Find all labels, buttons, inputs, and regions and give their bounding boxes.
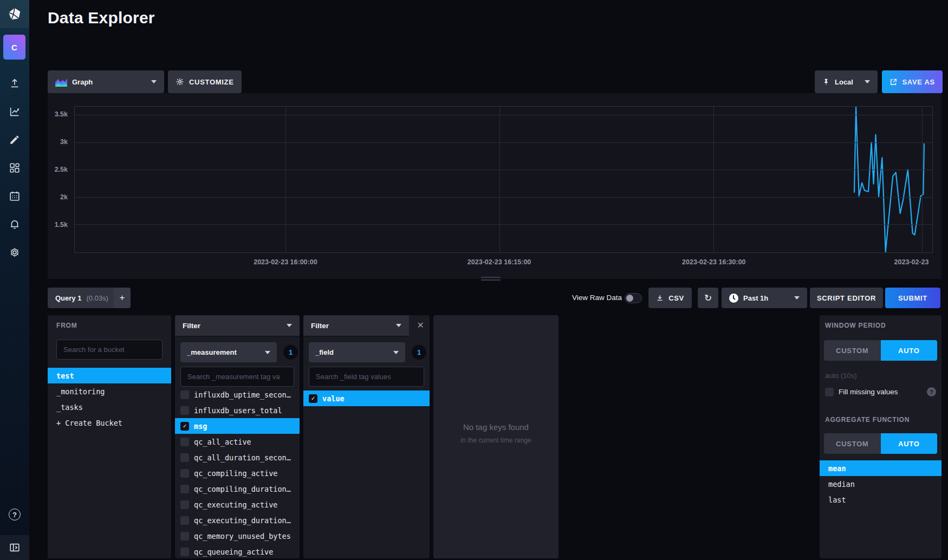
measurement-item[interactable]: qc_executing_active (175, 497, 300, 512)
query-options-card: WINDOW PERIOD CUSTOM AUTO auto (10s) Fil… (820, 315, 941, 558)
field-search-input[interactable] (309, 367, 424, 387)
time-range-dropdown[interactable]: Past 1h (722, 288, 807, 308)
nav-item-dashboards[interactable] (0, 157, 29, 179)
export-icon (889, 78, 897, 86)
chevron-down-icon (151, 80, 157, 83)
local-dropdown[interactable]: Local (815, 70, 878, 93)
nav-item-data-explorer[interactable] (0, 101, 29, 122)
customize-button[interactable]: CUSTOMIZE (168, 70, 242, 93)
influxdb-logo[interactable] (0, 0, 29, 28)
nav-item-settings[interactable] (0, 242, 29, 263)
local-label: Local (835, 78, 853, 86)
plus-icon: + (120, 292, 125, 303)
bell-icon (9, 218, 21, 230)
add-query-button[interactable]: + (114, 288, 131, 308)
org-avatar[interactable]: C (3, 35, 25, 60)
from-header: FROM (56, 322, 77, 329)
nav-item-help[interactable]: ? (0, 504, 29, 525)
window-period-header: WINDOW PERIOD (825, 322, 886, 329)
y-tick-label: 2k (60, 193, 68, 201)
measurement-item[interactable]: influxdb_uptime_secon… (175, 387, 300, 402)
close-icon[interactable]: ✕ (417, 320, 424, 330)
chevron-down-icon (265, 351, 270, 354)
checkbox-icon[interactable] (180, 406, 189, 415)
checkbox-icon[interactable] (180, 532, 189, 541)
save-as-button[interactable]: SAVE AS (882, 70, 943, 93)
window-period-mode-toggle: CUSTOM AUTO (824, 340, 937, 361)
x-axis: 2023-02-23 16:00:002023-02-23 16:15:0020… (74, 257, 933, 267)
filter-type-dropdown[interactable]: Filter (175, 315, 300, 337)
x-tick-label: 2023-02-23 16:30:00 (682, 258, 745, 266)
tag-key-label: _measurement (187, 348, 237, 356)
checkbox-icon[interactable] (180, 453, 189, 462)
checkbox-icon[interactable] (825, 388, 834, 396)
aggregate-function-item[interactable]: last (820, 492, 941, 507)
measurement-search-input[interactable] (180, 367, 294, 387)
bucket-item[interactable]: _tasks (48, 399, 171, 415)
measurement-item[interactable]: qc_executing_duration… (175, 512, 300, 528)
bucket-search-input[interactable] (56, 340, 163, 360)
bucket-item[interactable]: _monitoring (48, 383, 171, 399)
measurement-item[interactable]: qc_compiling_duration… (175, 481, 300, 497)
checkbox-icon[interactable] (180, 485, 189, 493)
selected-count-badge: 1 (283, 345, 298, 360)
filter-type-dropdown[interactable]: Filter (303, 315, 409, 337)
gear-icon (9, 246, 21, 258)
measurement-item[interactable]: qc_all_active (175, 434, 300, 450)
measurement-item[interactable]: qc_compiling_active (175, 465, 300, 481)
measurement-item[interactable]: qc_memory_unused_bytes (175, 528, 300, 544)
auto-window-value: auto (10s) (825, 372, 857, 380)
plot-area[interactable] (74, 106, 933, 253)
checkbox-icon[interactable] (180, 469, 189, 478)
checkbox-icon[interactable] (180, 438, 189, 446)
view-raw-data-toggle[interactable] (625, 293, 642, 303)
left-nav-rail: C (0, 0, 29, 560)
tag-key-dropdown[interactable]: _measurement (180, 342, 277, 362)
create-bucket-item[interactable]: + Create Bucket (48, 415, 171, 431)
bucket-item[interactable]: test (48, 368, 171, 383)
checkbox-icon[interactable] (180, 548, 189, 556)
chevron-down-icon (794, 296, 800, 299)
measurement-item[interactable]: influxdb_users_total (175, 402, 300, 418)
window-custom-button[interactable]: CUSTOM (824, 340, 881, 361)
checkbox-icon[interactable] (180, 516, 189, 525)
checkbox-icon[interactable] (180, 390, 189, 399)
calendar-icon (9, 190, 21, 202)
refresh-icon: ↻ (704, 292, 712, 304)
query-tab[interactable]: Query 1 (0.03s) (48, 288, 116, 308)
checkbox-checked-icon[interactable]: ✓ (309, 394, 317, 403)
aggregate-function-item[interactable]: median (820, 476, 941, 492)
nav-item-expand-sidebar[interactable] (0, 535, 29, 560)
window-auto-button[interactable]: AUTO (881, 340, 938, 361)
csv-label: CSV (668, 294, 684, 302)
y-tick-label: 3k (60, 138, 68, 146)
aggregate-custom-button[interactable]: CUSTOM (824, 433, 881, 454)
measurement-item[interactable]: qc_queueing_active (175, 544, 300, 558)
refresh-button[interactable]: ↻ (698, 288, 718, 308)
script-editor-button[interactable]: SCRIPT EDITOR (810, 288, 883, 308)
resize-drag-handle[interactable] (481, 277, 501, 282)
y-tick-label: 2.5k (55, 166, 68, 173)
help-icon[interactable]: ? (927, 387, 936, 396)
nav-item-tasks[interactable] (0, 185, 29, 207)
aggregate-function-item[interactable]: mean (820, 460, 941, 476)
nav-item-alerts[interactable] (0, 213, 29, 235)
csv-download-button[interactable]: CSV (648, 288, 692, 308)
fill-missing-values-label: Fill missing values (839, 388, 898, 396)
chevron-down-icon (396, 324, 401, 327)
y-tick-label: 1.5k (55, 221, 68, 229)
field-item[interactable]: ✓value (303, 390, 430, 406)
view-type-dropdown[interactable]: Graph (48, 70, 164, 93)
measurement-item[interactable]: ✓msg (175, 418, 300, 434)
measurement-item[interactable]: qc_all_duration_secon… (175, 450, 300, 465)
aggregate-auto-button[interactable]: AUTO (881, 433, 938, 454)
submit-button[interactable]: SUBMIT (885, 288, 940, 308)
checkbox-checked-icon[interactable]: ✓ (180, 422, 189, 431)
nav-item-notebooks[interactable] (0, 129, 29, 151)
chevron-down-icon (865, 80, 870, 83)
empty-state-title: No tag keys found (433, 422, 559, 432)
checkbox-icon[interactable] (180, 500, 189, 509)
nav-item-upload[interactable] (0, 73, 29, 94)
bucket-list: test _monitoring _tasks + Create Bucket (48, 368, 171, 431)
tag-key-dropdown[interactable]: _field (309, 342, 405, 362)
